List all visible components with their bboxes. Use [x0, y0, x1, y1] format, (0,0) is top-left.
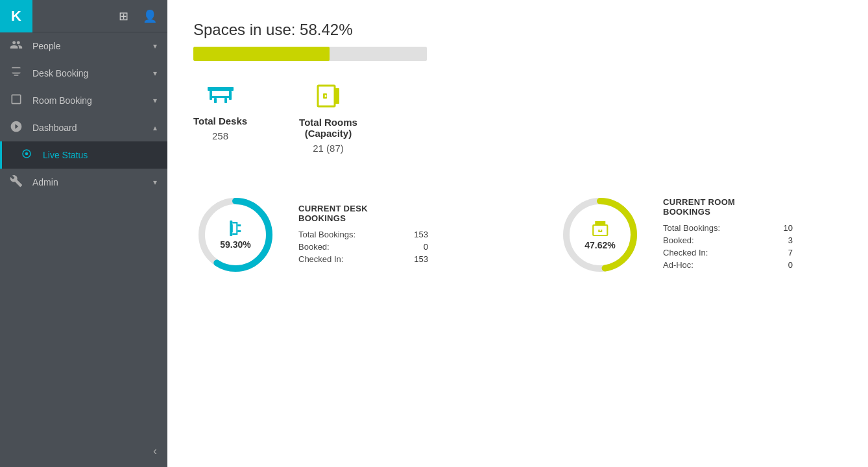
- desk-booking-chevron: ▾: [153, 69, 157, 78]
- total-rooms-value: 21 (87): [313, 143, 344, 154]
- admin-chevron: ▾: [153, 178, 157, 187]
- svg-rect-10: [335, 88, 339, 104]
- total-desks-value: 258: [212, 130, 228, 141]
- sidebar-item-people[interactable]: People ▾: [0, 32, 167, 60]
- admin-label: Admin: [32, 177, 153, 187]
- svg-point-12: [324, 95, 326, 97]
- room-booking-title: CURRENT ROOMBOOKINGS: [663, 197, 793, 217]
- total-rooms-card: Total Rooms (Capacity) 21 (87): [299, 82, 357, 154]
- room-total-bookings-row: Total Bookings: 10: [663, 223, 793, 233]
- room-adhoc-label: Ad-Hoc:: [663, 260, 693, 270]
- main-content: Spaces in use: 58.42% Total Desks 258: [167, 0, 868, 467]
- total-rooms-label: Total Rooms (Capacity): [299, 117, 357, 139]
- bookings-row: 59.30% CURRENT DESKBOOKINGS Total Bookin…: [193, 193, 842, 277]
- sidebar-item-dashboard[interactable]: Dashboard ▴: [0, 114, 167, 141]
- room-booked-value: 3: [773, 235, 793, 245]
- room-donut-center: 47.62%: [585, 219, 615, 250]
- room-adhoc-row: Ad-Hoc: 0: [663, 260, 793, 270]
- live-status-icon: [10, 148, 43, 163]
- live-status-label: Live Status: [43, 150, 157, 160]
- sidebar-item-live-status[interactable]: Live Status: [0, 141, 167, 169]
- desk-donut: 59.30%: [193, 193, 278, 277]
- spaces-title: Spaces in use: 58.42%: [193, 21, 842, 39]
- svg-rect-8: [224, 98, 227, 103]
- room-checkedin-value: 7: [773, 248, 793, 257]
- room-total-value: 10: [773, 223, 793, 233]
- desk-booking-card: 59.30% CURRENT DESKBOOKINGS Total Bookin…: [193, 193, 428, 277]
- svg-rect-6: [211, 96, 230, 98]
- sidebar: K ⊞ 👤 People ▾ Desk Booking ▾ Ro: [0, 0, 167, 467]
- total-desks-card: Total Desks 258: [193, 82, 247, 141]
- room-total-label: Total Bookings:: [663, 223, 720, 233]
- room-donut-percent: 47.62%: [585, 240, 615, 250]
- svg-rect-7: [214, 98, 217, 103]
- people-chevron: ▾: [153, 42, 157, 51]
- svg-point-1: [25, 152, 29, 155]
- desk-booked-row: Booked: 0: [298, 242, 428, 252]
- stats-row: Total Desks 258 Total Rooms (Capacity) 2…: [193, 82, 842, 154]
- sidebar-item-admin[interactable]: Admin ▾: [0, 169, 167, 196]
- total-desks-label: Total Desks: [193, 115, 247, 126]
- desk-checkedin-row: Checked In: 153: [298, 254, 428, 264]
- desk-total-value: 153: [409, 230, 428, 239]
- desk-donut-icon: [226, 220, 245, 239]
- admin-icon: [0, 174, 32, 191]
- svg-rect-3: [210, 91, 212, 100]
- sidebar-item-desk-booking[interactable]: Desk Booking ▾: [0, 60, 167, 87]
- svg-rect-20: [237, 230, 241, 232]
- sidebar-collapse-button[interactable]: ‹: [0, 435, 167, 467]
- room-checkedin-label: Checked In:: [663, 248, 708, 257]
- room-booking-details: CURRENT ROOMBOOKINGS Total Bookings: 10 …: [663, 197, 793, 272]
- desk-total-label: Total Bookings:: [298, 230, 356, 239]
- room-booked-row: Booked: 3: [663, 235, 793, 245]
- grid-icon[interactable]: ⊞: [116, 6, 131, 26]
- sidebar-item-room-booking[interactable]: Room Booking ▾: [0, 87, 167, 114]
- room-donut: 47.62%: [558, 193, 642, 277]
- app-logo[interactable]: K: [0, 0, 32, 32]
- desk-checkedin-value: 153: [409, 254, 428, 264]
- spaces-progress-bar: [193, 47, 427, 61]
- dashboard-label: Dashboard: [32, 123, 153, 133]
- progress-bar-fill: [193, 47, 330, 61]
- desk-stat-icon: [205, 82, 236, 112]
- desk-checkedin-label: Checked In:: [298, 254, 343, 264]
- svg-rect-19: [236, 223, 237, 234]
- room-stat-icon: [314, 82, 343, 113]
- desk-booking-label: Desk Booking: [32, 68, 153, 78]
- svg-rect-18: [230, 224, 232, 232]
- sidebar-nav: People ▾ Desk Booking ▾ Room Booking ▾ D…: [0, 32, 167, 435]
- people-label: People: [32, 41, 153, 51]
- svg-rect-5: [214, 88, 227, 91]
- desk-total-bookings-row: Total Bookings: 153: [298, 230, 428, 239]
- desk-booking-icon: [0, 66, 32, 82]
- room-booking-card: 47.62% CURRENT ROOMBOOKINGS Total Bookin…: [558, 193, 793, 277]
- room-booking-label: Room Booking: [32, 95, 153, 106]
- desk-booked-label: Booked:: [298, 242, 330, 252]
- sidebar-header: K ⊞ 👤: [0, 0, 167, 32]
- room-checkedin-row: Checked In: 7: [663, 248, 793, 257]
- desk-booked-value: 0: [409, 242, 428, 252]
- desk-donut-percent: 59.30%: [220, 239, 250, 250]
- room-booked-label: Booked:: [663, 235, 694, 245]
- dashboard-chevron: ▴: [153, 123, 157, 132]
- room-booking-icon: [0, 93, 32, 109]
- user-icon[interactable]: 👤: [140, 6, 160, 26]
- svg-rect-21: [237, 224, 241, 226]
- dashboard-icon: [0, 120, 32, 136]
- desk-donut-center: 59.30%: [220, 220, 250, 250]
- svg-rect-25: [595, 221, 605, 225]
- svg-rect-4: [229, 91, 232, 100]
- people-icon: [0, 38, 32, 54]
- desk-booking-title: CURRENT DESKBOOKINGS: [298, 204, 428, 223]
- room-booking-chevron: ▾: [153, 96, 157, 105]
- room-adhoc-value: 0: [773, 260, 793, 270]
- desk-booking-details: CURRENT DESKBOOKINGS Total Bookings: 153…: [298, 204, 428, 267]
- room-donut-icon: [591, 219, 609, 240]
